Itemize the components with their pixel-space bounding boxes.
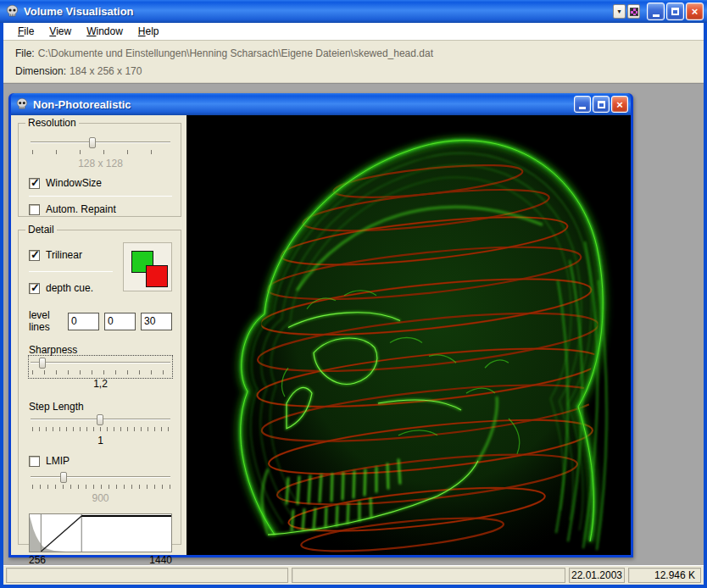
menu-file[interactable]: File — [10, 24, 42, 39]
trilinear-checkbox[interactable] — [29, 250, 40, 261]
resolution-slider-ticks — [32, 150, 170, 154]
statusbar-date: 22.01.2003 — [569, 568, 625, 583]
statusbar-panel-2 — [292, 568, 565, 583]
lmip-slider[interactable] — [31, 472, 170, 491]
resolution-divider — [29, 196, 172, 197]
pattern-tool-button[interactable] — [627, 4, 640, 19]
statusbar-panel-1 — [6, 568, 288, 583]
step-length-value: 1 — [29, 435, 172, 447]
child-maximize-button[interactable] — [593, 96, 610, 113]
lmip-slider-track — [31, 476, 170, 478]
sharpness-label: Sharpness — [29, 344, 172, 356]
menu-window[interactable]: Window — [79, 24, 131, 39]
lmip-checkbox[interactable] — [29, 456, 40, 467]
maximize-button[interactable] — [666, 3, 684, 20]
lmip-value: 900 — [29, 492, 172, 504]
trilinear-label: Trilinear — [46, 249, 82, 261]
resolution-group-label: Resolution — [25, 117, 79, 129]
level-color-swatch[interactable] — [146, 265, 168, 287]
sharpness-slider-track — [31, 362, 170, 363]
menu-help[interactable]: Help — [131, 24, 167, 39]
sharpness-slider[interactable] — [31, 358, 170, 376]
window-frame: File View Window Help File:C:\Dokumente … — [3, 23, 704, 585]
level-lines-input-1[interactable] — [68, 313, 99, 330]
main-window: Volume Visualisation ▾ × File View Windo… — [0, 0, 707, 588]
step-length-label: Step Length — [29, 401, 172, 413]
close-button[interactable]: × — [686, 3, 704, 20]
control-panel: Resolution 128 x 128 WindowSize — [11, 115, 186, 555]
windowsize-checkbox[interactable] — [29, 178, 40, 189]
skull-child-icon — [15, 97, 29, 111]
file-path: C:\Dokumente und Einstellungen\Henning S… — [38, 47, 433, 59]
checker-icon — [630, 8, 638, 16]
sharpness-slider-ticks — [32, 370, 170, 374]
child-minimize-button[interactable] — [574, 96, 591, 113]
menubar: File View Window Help — [3, 23, 704, 41]
depth-cue-checkbox-row[interactable]: depth cue. — [29, 282, 123, 294]
child-body: Resolution 128 x 128 WindowSize — [11, 115, 631, 555]
child-titlebar[interactable]: Non-Photorealistic × — [11, 93, 631, 115]
menu-view[interactable]: View — [42, 24, 79, 39]
color-preview-box[interactable] — [123, 242, 172, 291]
lmip-label: LMIP — [46, 455, 70, 467]
detail-group-label: Detail — [25, 224, 57, 236]
lmip-slider-ticks — [32, 485, 170, 489]
main-titlebar[interactable]: Volume Visualisation ▾ × — [0, 0, 707, 23]
minimize-button[interactable] — [647, 3, 665, 20]
volume-render-viewport[interactable] — [186, 115, 631, 555]
dropdown-arrow-button[interactable]: ▾ — [613, 4, 626, 19]
resolution-slider[interactable] — [31, 137, 170, 156]
close-icon: × — [692, 6, 699, 17]
child-close-icon: × — [616, 99, 623, 110]
level-lines-label: level lines — [29, 309, 63, 333]
autom-repaint-label: Autom. Repaint — [46, 203, 116, 215]
child-window: Non-Photorealistic × Resolution — [8, 93, 633, 557]
resolution-slider-thumb[interactable] — [89, 137, 96, 148]
autom-repaint-checkbox-row[interactable]: Autom. Repaint — [29, 203, 172, 215]
maximize-icon — [671, 8, 679, 15]
windowsize-label: WindowSize — [46, 177, 102, 189]
histogram-max-value: 1440 — [149, 554, 172, 566]
resolution-group: Resolution 128 x 128 WindowSize — [18, 123, 181, 217]
sharpness-value: 1,2 — [29, 378, 172, 390]
lmip-checkbox-row[interactable]: LMIP — [29, 455, 172, 467]
level-lines-input-3[interactable] — [141, 313, 172, 330]
child-minimize-icon — [579, 107, 586, 109]
dimension-value: 184 x 256 x 170 — [70, 65, 142, 77]
transfer-function-histogram[interactable] — [29, 513, 172, 552]
statusbar-memory: 12.946 K — [628, 568, 701, 583]
histogram-min-value: 256 — [29, 554, 46, 566]
minimize-icon — [653, 14, 660, 17]
sharpness-slider-thumb[interactable] — [39, 358, 46, 369]
depth-cue-checkbox[interactable] — [29, 283, 40, 294]
statusbar: 22.01.2003 12.946 K — [3, 565, 704, 585]
file-label: File: — [15, 47, 35, 59]
child-close-button[interactable]: × — [611, 96, 628, 113]
file-info-panel: File:C:\Dokumente und Einstellungen\Henn… — [3, 41, 704, 83]
window-title: Volume Visualisation — [24, 5, 611, 18]
lmip-slider-thumb[interactable] — [60, 472, 67, 483]
windowsize-checkbox-row[interactable]: WindowSize — [29, 177, 172, 189]
child-window-title: Non-Photorealistic — [33, 98, 572, 111]
skull-app-icon — [5, 4, 19, 19]
detail-divider — [29, 271, 113, 272]
child-maximize-icon — [598, 101, 605, 108]
resolution-value: 128 x 128 — [29, 158, 172, 169]
depth-cue-label: depth cue. — [46, 282, 93, 294]
detail-group: Detail Trilinear — [18, 230, 181, 545]
dimension-label: Dimension: — [15, 65, 66, 77]
mdi-area: Non-Photorealistic × Resolution — [3, 83, 704, 565]
resolution-slider-track — [31, 141, 170, 143]
step-length-slider-thumb[interactable] — [97, 414, 103, 425]
skull-volume-rendering — [186, 115, 631, 555]
autom-repaint-checkbox[interactable] — [29, 204, 40, 215]
histogram-plot — [30, 514, 171, 552]
step-length-slider[interactable] — [31, 414, 170, 433]
step-length-slider-ticks — [32, 427, 170, 431]
trilinear-checkbox-row[interactable]: Trilinear — [29, 249, 123, 261]
level-lines-input-2[interactable] — [104, 313, 136, 330]
